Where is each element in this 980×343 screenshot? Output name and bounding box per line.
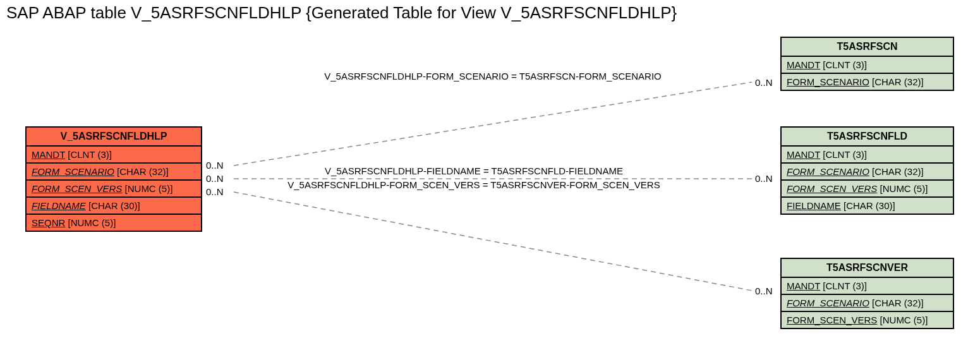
- field-name: FORM_SCENARIO: [787, 298, 869, 308]
- field-row: MANDT [CLNT (3)]: [782, 147, 953, 164]
- field-name: MANDT: [787, 280, 820, 291]
- field-type: [CLNT (3)]: [823, 280, 867, 291]
- field-row: SEQNR [NUMC (5)]: [27, 215, 201, 231]
- field-row: FORM_SCEN_VERS [NUMC (5)]: [782, 181, 953, 198]
- field-type: [NUMC (5)]: [880, 183, 928, 194]
- field-type: [CLNT (3)]: [68, 149, 112, 160]
- card-left-2: 0..N: [206, 173, 224, 184]
- entity-main: V_5ASRFSCNFLDHLP MANDT [CLNT (3)] FORM_S…: [25, 126, 202, 232]
- entity-t2-header: T5ASRFSCNFLD: [782, 128, 953, 147]
- field-row: FORM_SCEN_VERS [NUMC (5)]: [27, 181, 201, 198]
- field-name: FORM_SCEN_VERS: [32, 183, 122, 194]
- field-name: SEQNR: [32, 217, 65, 228]
- entity-t1-header: T5ASRFSCN: [782, 38, 953, 57]
- field-type: [NUMC (5)]: [125, 183, 173, 194]
- card-right-2: 0..N: [755, 173, 773, 184]
- edge-label-1: V_5ASRFSCNFLDHLP-FORM_SCENARIO = T5ASRFS…: [259, 71, 727, 81]
- field-type: [CHAR (30)]: [844, 200, 895, 211]
- entity-t3-header: T5ASRFSCNVER: [782, 259, 953, 278]
- entity-main-header: V_5ASRFSCNFLDHLP: [27, 128, 201, 147]
- field-row: FORM_SCEN_VERS [NUMC (5)]: [782, 312, 953, 328]
- field-type: [NUMC (5)]: [68, 217, 116, 228]
- field-name: FIELDNAME: [787, 200, 841, 211]
- field-row: MANDT [CLNT (3)]: [27, 147, 201, 164]
- field-type: [NUMC (5)]: [880, 315, 928, 325]
- field-name: FORM_SCENARIO: [787, 166, 869, 177]
- field-row: FORM_SCENARIO [CHAR (32)]: [782, 295, 953, 312]
- field-type: [CHAR (30)]: [88, 200, 140, 211]
- field-row: FORM_SCENARIO [CHAR (32)]: [782, 74, 953, 90]
- field-row: FORM_SCENARIO [CHAR (32)]: [27, 164, 201, 181]
- field-name: MANDT: [787, 149, 820, 160]
- field-name: MANDT: [32, 149, 65, 160]
- card-right-1: 0..N: [755, 77, 773, 88]
- field-name: FORM_SCENARIO: [32, 166, 114, 177]
- field-row: MANDT [CLNT (3)]: [782, 57, 953, 74]
- field-name: FORM_SCENARIO: [787, 76, 869, 87]
- entity-t2: T5ASRFSCNFLD MANDT [CLNT (3)] FORM_SCENA…: [780, 126, 954, 215]
- entity-t1: T5ASRFSCN MANDT [CLNT (3)] FORM_SCENARIO…: [780, 37, 954, 91]
- entity-t3: T5ASRFSCNVER MANDT [CLNT (3)] FORM_SCENA…: [780, 258, 954, 329]
- field-row: FIELDNAME [CHAR (30)]: [27, 198, 201, 215]
- svg-line-2: [234, 192, 752, 291]
- field-type: [CHAR (32)]: [872, 298, 924, 308]
- field-row: MANDT [CLNT (3)]: [782, 278, 953, 295]
- field-name: FORM_SCEN_VERS: [787, 315, 877, 325]
- card-left-3: 0..N: [206, 186, 224, 197]
- field-name: FORM_SCEN_VERS: [787, 183, 877, 194]
- field-name: FIELDNAME: [32, 200, 86, 211]
- field-type: [CLNT (3)]: [823, 59, 867, 70]
- field-row: FORM_SCENARIO [CHAR (32)]: [782, 164, 953, 181]
- field-type: [CHAR (32)]: [872, 166, 924, 177]
- edge-label-2: V_5ASRFSCNFLDHLP-FIELDNAME = T5ASRFSCNFL…: [240, 165, 708, 176]
- field-name: MANDT: [787, 59, 820, 70]
- field-type: [CHAR (32)]: [117, 166, 169, 177]
- card-left-1: 0..N: [206, 160, 224, 171]
- field-type: [CLNT (3)]: [823, 149, 867, 160]
- page-title: SAP ABAP table V_5ASRFSCNFLDHLP {Generat…: [6, 3, 677, 23]
- field-row: FIELDNAME [CHAR (30)]: [782, 198, 953, 214]
- edge-label-3: V_5ASRFSCNFLDHLP-FORM_SCEN_VERS = T5ASRF…: [240, 179, 708, 190]
- field-type: [CHAR (32)]: [872, 76, 924, 87]
- svg-line-0: [234, 82, 752, 165]
- card-right-3: 0..N: [755, 286, 773, 296]
